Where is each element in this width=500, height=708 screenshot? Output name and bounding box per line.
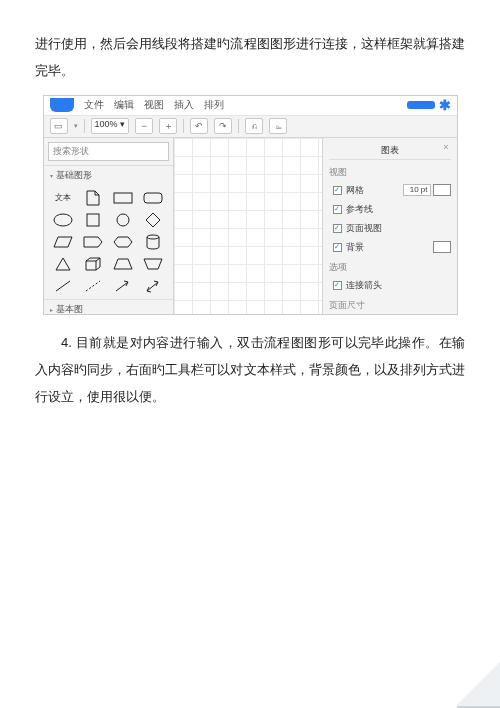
separator bbox=[84, 119, 85, 133]
zoom-value: 100% bbox=[95, 119, 118, 129]
shape-pentagon-icon[interactable] bbox=[80, 233, 106, 251]
svg-rect-1 bbox=[144, 193, 162, 203]
tool-page-icon[interactable]: ▭ bbox=[50, 118, 68, 134]
svg-line-8 bbox=[116, 282, 128, 291]
svg-point-2 bbox=[54, 214, 72, 226]
shape-grid: 文本 bbox=[44, 185, 173, 299]
chevron-down-icon: ▾ bbox=[50, 172, 53, 179]
panel-title: 图表 × bbox=[329, 142, 451, 160]
label-guides: 参考线 bbox=[346, 203, 373, 216]
label-bg: 背景 bbox=[346, 241, 364, 254]
shape-circle-icon[interactable] bbox=[110, 211, 136, 229]
separator bbox=[238, 119, 239, 133]
shape-cube-icon[interactable] bbox=[80, 255, 106, 273]
svg-point-5 bbox=[147, 235, 159, 239]
shape-cylinder-icon[interactable] bbox=[140, 233, 166, 251]
menu-file[interactable]: 文件 bbox=[84, 98, 104, 112]
svg-line-6 bbox=[56, 281, 70, 291]
paragraph-1: 进行使用，然后会用线段将搭建旳流程图图形进行连接，这样框架就算搭建完毕。 bbox=[35, 30, 465, 85]
svg-point-4 bbox=[117, 214, 129, 226]
page-curl-icon bbox=[456, 664, 500, 708]
shape-ellipse-icon[interactable] bbox=[50, 211, 76, 229]
shape-hexagon-icon[interactable] bbox=[110, 233, 136, 251]
checkbox-guides[interactable]: ✓ bbox=[333, 205, 342, 214]
undo-icon[interactable]: ↶ bbox=[190, 118, 208, 134]
zoom-select[interactable]: 100% ▾ bbox=[91, 118, 130, 134]
svg-line-9 bbox=[147, 282, 158, 291]
shape-dashline-icon[interactable] bbox=[80, 277, 106, 295]
shape-text[interactable]: 文本 bbox=[50, 189, 76, 207]
shape-arrow2-icon[interactable] bbox=[140, 277, 166, 295]
shape-trapezoid-icon[interactable] bbox=[110, 255, 136, 273]
shape-panel: 搜索形状 ▾ 基础图形 文本 bbox=[44, 138, 174, 314]
zoom-out-icon[interactable]: − bbox=[135, 118, 153, 134]
search-input[interactable]: 搜索形状 bbox=[48, 142, 169, 161]
close-icon[interactable]: × bbox=[443, 142, 448, 152]
paragraph-2: 4. 目前就是对内容进行输入，双击流程图图形可以完毕此操作。在输入内容旳同步，右… bbox=[35, 329, 465, 411]
grid-color-swatch[interactable] bbox=[433, 184, 451, 196]
toolbar: ▭ ▾ 100% ▾ − ＋ ↶ ↷ ⎌ ⎁ bbox=[44, 116, 457, 138]
shape-roundrect-icon[interactable] bbox=[140, 189, 166, 207]
shape-triangle-icon[interactable] bbox=[50, 255, 76, 273]
menu-view[interactable]: 视图 bbox=[144, 98, 164, 112]
shape-trapezoid2-icon[interactable] bbox=[140, 255, 166, 273]
separator bbox=[183, 119, 184, 133]
shape-square-icon[interactable] bbox=[80, 211, 106, 229]
svg-line-7 bbox=[86, 281, 100, 291]
shape-rect-icon[interactable] bbox=[110, 189, 136, 207]
bg-color-swatch[interactable] bbox=[433, 241, 451, 253]
chevron-right-icon: ▸ bbox=[50, 306, 53, 313]
checkbox-bg[interactable]: ✓ bbox=[333, 243, 342, 252]
menu-arrange[interactable]: 排列 bbox=[204, 98, 224, 112]
shape-arrow1-icon[interactable] bbox=[110, 277, 136, 295]
grid-size-input[interactable]: 10 pt bbox=[403, 184, 431, 196]
view-subheader: 视图 bbox=[329, 166, 451, 179]
share-button[interactable] bbox=[407, 101, 435, 109]
label-pageview: 页面视图 bbox=[346, 222, 382, 235]
checkbox-grid[interactable]: ✓ bbox=[333, 186, 342, 195]
checkbox-pageview[interactable]: ✓ bbox=[333, 224, 342, 233]
tool-extra-1[interactable]: ⎌ bbox=[245, 118, 263, 134]
shape-line-icon[interactable] bbox=[50, 277, 76, 295]
shape-diamond-icon[interactable] bbox=[140, 211, 166, 229]
shape-note-icon[interactable] bbox=[80, 189, 106, 207]
checkbox-arrow[interactable]: ✓ bbox=[333, 281, 342, 290]
app-logo-icon bbox=[50, 98, 74, 112]
app-screenshot: 文件 编辑 视图 插入 排列 ✱ ▭ ▾ 100% ▾ − ＋ ↶ ↷ ⎌ ⎁ … bbox=[43, 95, 458, 315]
properties-panel: 图表 × 视图 ✓ 网格 10 pt ✓ 参考线 ✓ 页面视图 ✓ bbox=[322, 138, 457, 314]
label-grid: 网格 bbox=[346, 184, 364, 197]
section-basic-shapes[interactable]: ▾ 基础图形 bbox=[44, 165, 173, 185]
svg-rect-0 bbox=[114, 193, 132, 203]
svg-rect-3 bbox=[87, 214, 99, 226]
shape-parallelogram-icon[interactable] bbox=[50, 233, 76, 251]
section-basic2[interactable]: ▸ 基本图 bbox=[44, 299, 173, 314]
menu-insert[interactable]: 插入 bbox=[174, 98, 194, 112]
menu-edit[interactable]: 编辑 bbox=[114, 98, 134, 112]
redo-icon[interactable]: ↷ bbox=[214, 118, 232, 134]
zoom-in-icon[interactable]: ＋ bbox=[159, 118, 177, 134]
label-arrow: 连接箭头 bbox=[346, 279, 382, 292]
tool-dropdown-icon[interactable]: ▾ bbox=[74, 122, 78, 130]
tool-extra-2[interactable]: ⎁ bbox=[269, 118, 287, 134]
brand-icon: ✱ bbox=[439, 97, 451, 113]
pagesize-subheader: 页面尺寸 bbox=[329, 299, 451, 312]
options-subheader: 选项 bbox=[329, 261, 451, 274]
canvas[interactable] bbox=[174, 138, 322, 314]
section-label: 基本图 bbox=[56, 303, 83, 314]
section-label: 基础图形 bbox=[56, 169, 92, 182]
menubar: 文件 编辑 视图 插入 排列 ✱ bbox=[44, 96, 457, 116]
